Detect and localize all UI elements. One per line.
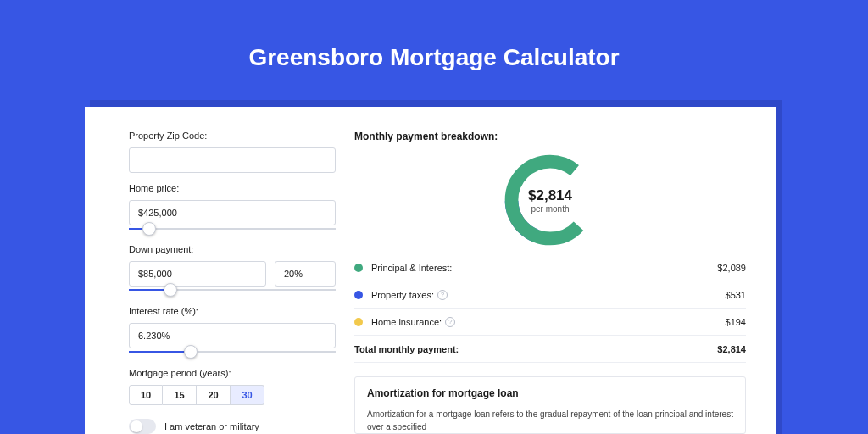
amortization-text: Amortization for a mortgage loan refers … — [367, 408, 733, 433]
veteran-label: I am veteran or military — [164, 421, 259, 431]
legend-label: Property taxes:? — [371, 290, 726, 300]
zip-label: Property Zip Code: — [129, 131, 336, 141]
legend-value: $194 — [726, 317, 746, 327]
down-slider-thumb[interactable] — [164, 283, 177, 297]
total-label: Total monthly payment: — [354, 344, 717, 354]
period-option-15[interactable]: 15 — [163, 385, 197, 405]
price-input[interactable] — [129, 200, 336, 225]
legend-dot — [354, 318, 363, 326]
legend-label: Home insurance:? — [371, 317, 726, 327]
rate-slider-thumb[interactable] — [184, 345, 198, 359]
breakdown-panel: Monthly payment breakdown: $2,814 per mo… — [354, 131, 746, 434]
legend-row: Property taxes:?$531 — [354, 281, 746, 309]
amortization-box: Amortization for mortgage loan Amortizat… — [354, 376, 746, 434]
legend-row: Home insurance:?$194 — [354, 309, 746, 336]
legend-dot — [354, 291, 363, 299]
legend: Principal & Interest:$2,089Property taxe… — [354, 254, 746, 363]
info-icon[interactable]: ? — [445, 317, 455, 327]
price-slider[interactable] — [129, 225, 336, 236]
down-pct-input[interactable] — [275, 261, 336, 287]
period-option-10[interactable]: 10 — [129, 385, 163, 405]
donut-sub: per month — [531, 204, 569, 214]
legend-dot — [354, 264, 363, 272]
down-label: Down payment: — [129, 244, 336, 254]
period-options: 10152030 — [129, 385, 336, 405]
price-label: Home price: — [129, 183, 336, 193]
zip-input[interactable] — [129, 147, 336, 173]
veteran-toggle[interactable] — [129, 419, 156, 434]
period-option-30[interactable]: 30 — [231, 385, 264, 405]
legend-row: Principal & Interest:$2,089 — [354, 254, 746, 281]
page-title: Greensboro Mortgage Calculator — [0, 44, 868, 71]
total-value: $2,814 — [717, 344, 746, 354]
period-label: Mortgage period (years): — [129, 368, 336, 378]
donut-chart: $2,814 per month — [499, 149, 601, 251]
legend-label: Principal & Interest: — [371, 263, 717, 273]
down-amount-input[interactable] — [129, 261, 266, 287]
amortization-title: Amortization for mortgage loan — [367, 387, 733, 399]
rate-label: Interest rate (%): — [129, 306, 336, 316]
calculator-card: Property Zip Code: Home price: Down paym… — [85, 107, 776, 434]
price-slider-thumb[interactable] — [142, 222, 156, 236]
period-option-20[interactable]: 20 — [197, 385, 231, 405]
info-icon[interactable]: ? — [437, 290, 448, 300]
breakdown-title: Monthly payment breakdown: — [354, 131, 746, 142]
rate-input[interactable] — [129, 323, 336, 348]
legend-value: $2,089 — [717, 263, 746, 273]
rate-slider[interactable] — [129, 348, 336, 359]
donut-total: $2,814 — [528, 187, 572, 204]
legend-value: $531 — [726, 290, 746, 300]
inputs-panel: Property Zip Code: Home price: Down paym… — [129, 131, 336, 434]
down-slider[interactable] — [129, 286, 336, 298]
legend-total-row: Total monthly payment:$2,814 — [354, 336, 746, 363]
